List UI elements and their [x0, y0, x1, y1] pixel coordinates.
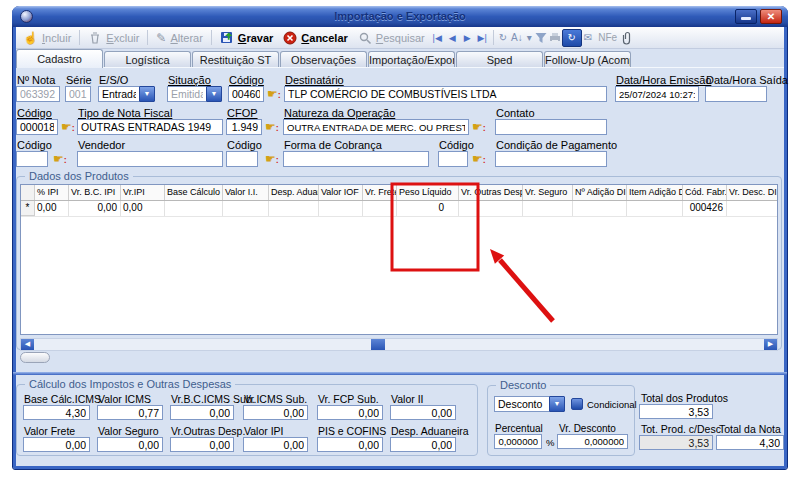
scrollbar-thumb[interactable] [371, 339, 385, 350]
valor-frete-field[interactable] [23, 437, 90, 452]
produtos-grid[interactable]: % IPI Vr. B.C. IPI Vr.IPI Base Cálculo I… [20, 184, 778, 335]
cell-vr-seguro[interactable] [523, 201, 573, 216]
tab-sped[interactable]: Sped [456, 51, 543, 68]
codigo-pagamento-field[interactable] [438, 151, 468, 167]
cell-desp-aduan[interactable] [269, 201, 319, 216]
valor-ii-field[interactable] [390, 405, 456, 420]
minimize-button[interactable] [735, 9, 757, 24]
desp-aduaneira-field[interactable] [390, 437, 456, 452]
cell-valor-iof[interactable] [319, 201, 363, 216]
natureza-field[interactable] [283, 119, 469, 135]
vendedor-field[interactable] [77, 151, 223, 167]
col-vr-seguro[interactable]: Vr. Seguro [523, 185, 573, 200]
destinatario-lookup-icon[interactable]: ☛: [267, 87, 285, 102]
vendedor-lookup-icon[interactable]: ☛: [53, 152, 71, 167]
scroll-right-arrow[interactable]: ▶ [764, 339, 777, 350]
forma-cobranca-field[interactable] [283, 151, 429, 167]
icms-sub-field[interactable] [243, 405, 308, 420]
pis-cofins-field[interactable] [317, 437, 383, 452]
col-vr-ipi[interactable]: Vr.IPI [121, 185, 165, 200]
desconto-dropdown-arrow[interactable]: ▼ [549, 396, 565, 412]
total-produtos-field[interactable] [639, 404, 713, 419]
grid-collapse-button[interactable] [20, 352, 50, 363]
cell-adicao-di[interactable] [573, 201, 627, 216]
total-nota-field[interactable] [716, 435, 784, 450]
nav-next-button[interactable]: ▶ [460, 30, 475, 45]
cell-base-ii[interactable] [165, 201, 223, 216]
col-valor-ii[interactable]: Valor I.I. [223, 185, 269, 200]
col-vr-desc-di[interactable]: Vr. Desc. DI [727, 185, 778, 200]
cell-item-adicao-di[interactable] [627, 201, 683, 216]
condicao-pagamento-field[interactable] [495, 151, 607, 167]
cell-cod-fabr[interactable]: 000426 [683, 201, 727, 216]
tab-follow-up[interactable]: Follow-Up (Acomp.) [544, 51, 631, 68]
cell-ipi[interactable]: 0,00 [35, 201, 69, 216]
outras-desp-field[interactable] [170, 437, 234, 452]
incluir-button[interactable]: ☝ Incluir [18, 31, 76, 45]
col-item-adicao-di[interactable]: Item Adição DI [627, 185, 683, 200]
cell-outras-desp[interactable] [459, 201, 523, 216]
cfop-field[interactable] [226, 119, 262, 135]
codigo-tnf-field[interactable] [16, 119, 58, 135]
tab-logistica[interactable]: Logística [104, 51, 191, 68]
condicional-checkbox[interactable] [571, 398, 583, 410]
col-peso-liquido[interactable]: Peso Líquido [397, 185, 459, 200]
emissao-field[interactable] [615, 86, 699, 102]
eso-dropdown-arrow[interactable]: ▼ [139, 86, 155, 102]
total-com-desc-field[interactable] [639, 435, 713, 450]
codigo-destinatario-field[interactable] [228, 86, 264, 102]
alterar-button[interactable]: ✎ Alterar [151, 31, 207, 45]
saida-field[interactable] [705, 86, 767, 102]
pagamento-lookup-icon[interactable]: ☛: [472, 152, 490, 167]
natureza-lookup-icon[interactable]: ☛: [472, 120, 490, 135]
situacao-dropdown-arrow[interactable]: ▼ [206, 86, 222, 102]
close-button[interactable]: ✕ [760, 9, 782, 24]
destinatario-field[interactable] [284, 86, 607, 102]
tab-observacoes[interactable]: Observações [280, 51, 367, 68]
valor-icms-field[interactable] [97, 405, 163, 420]
sort-az-icon[interactable]: A↓ [509, 32, 525, 43]
cell-peso-liquido[interactable]: 0 [397, 201, 459, 216]
col-valor-iof[interactable]: Valor IOF [319, 185, 363, 200]
col-vr-frete[interactable]: Vr. Frete [363, 185, 397, 200]
eso-combo[interactable] [98, 86, 140, 102]
cfop-lookup-icon[interactable]: ☛: [265, 120, 283, 135]
col-ipi[interactable]: % IPI [35, 185, 69, 200]
sort-dropdown-caret[interactable]: ▾ [525, 32, 534, 43]
base-calc-icms-field[interactable] [23, 405, 90, 420]
tipo-nf-field[interactable] [77, 119, 223, 135]
valor-ipi-field[interactable] [243, 437, 308, 452]
col-bc-ipi[interactable]: Vr. B.C. IPI [69, 185, 121, 200]
gravar-button[interactable]: Gravar [215, 30, 278, 46]
desconto-tipo-combo[interactable] [494, 396, 550, 412]
vr-desconto-field[interactable] [557, 434, 628, 449]
valor-seguro-field[interactable] [97, 437, 163, 452]
percentual-field[interactable] [494, 434, 542, 449]
cell-bc-ipi[interactable]: 0,00 [69, 201, 121, 216]
cell-vr-ipi[interactable]: 0,00 [121, 201, 165, 216]
grid-horizontal-scrollbar[interactable]: ◀ ▶ [20, 338, 778, 351]
row-selector[interactable]: * [21, 201, 35, 216]
printer-icon[interactable] [548, 31, 562, 45]
envelope-icon[interactable]: ✉ [582, 32, 594, 43]
col-outras-desp[interactable]: Vr. Outras Desp. [459, 185, 523, 200]
tab-importacao-exportacao[interactable]: Importação/Exportação [368, 51, 455, 68]
nav-prev-button[interactable]: ◀ [445, 30, 460, 45]
cobranca-lookup-icon[interactable]: ☛: [265, 152, 283, 167]
codigo-cobranca-field[interactable] [226, 151, 258, 167]
cell-valor-ii[interactable] [223, 201, 269, 216]
fcp-sub-field[interactable] [317, 405, 383, 420]
excluir-button[interactable]: Excluir [83, 30, 144, 46]
col-cod-fabr[interactable]: Cód. Fabr. [683, 185, 727, 200]
cell-vr-desc-di[interactable] [727, 201, 778, 216]
situacao-combo[interactable] [167, 86, 207, 102]
grid-data-row[interactable]: * 0,00 0,00 0,00 0 000426 [21, 201, 777, 217]
codigo-vendedor-field[interactable] [16, 151, 48, 167]
pesquisar-button[interactable]: Pesquisar [353, 30, 430, 46]
nav-first-button[interactable]: |◀ [430, 30, 445, 45]
sync-button[interactable]: ↻ [562, 29, 582, 47]
col-adicao-di[interactable]: Nº Adição DI [573, 185, 627, 200]
tab-cadastro[interactable]: Cadastro [16, 49, 103, 68]
cell-vr-frete[interactable] [363, 201, 397, 216]
bc-icms-sub-field[interactable] [170, 405, 234, 420]
